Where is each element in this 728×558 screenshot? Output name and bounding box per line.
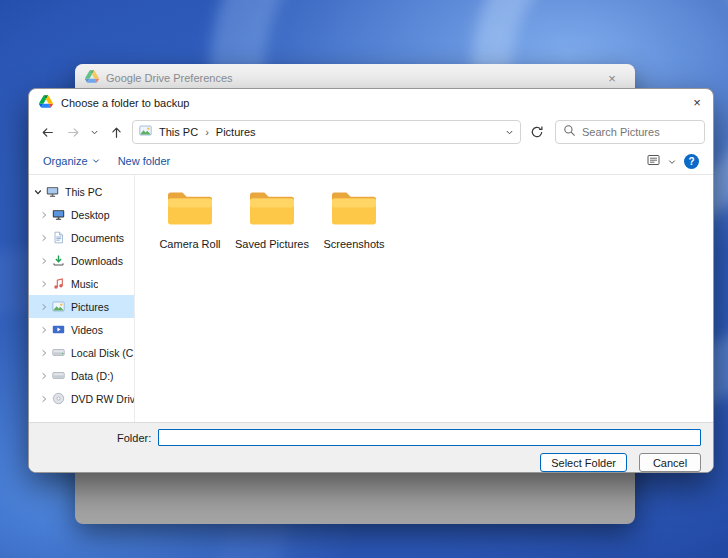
file-list: Camera Roll Saved Pictures Screenshots	[135, 175, 713, 422]
folder-icon	[248, 189, 296, 230]
folder-tile-saved-pictures[interactable]: Saved Pictures	[233, 185, 311, 250]
chevron-collapsed-icon[interactable]	[40, 257, 49, 265]
command-bar: Organize New folder ?	[29, 148, 713, 175]
search-icon	[563, 123, 576, 141]
downloads-icon	[52, 254, 66, 267]
sidebar-item-label: DVD RW Drive (	[71, 393, 134, 405]
command-bar-right: ?	[647, 152, 699, 170]
sidebar-item-music[interactable]: Music	[29, 272, 134, 295]
sidebar-item-label: Desktop	[71, 209, 110, 221]
chevron-collapsed-icon[interactable]	[40, 372, 49, 380]
navigation-toolbar: This PC › Pictures	[29, 116, 713, 148]
sidebar-item-pictures[interactable]: Pictures	[29, 295, 134, 318]
google-drive-icon	[39, 94, 53, 112]
organize-label: Organize	[43, 155, 88, 167]
sidebar-item-label: Videos	[71, 324, 103, 336]
chevron-collapsed-icon[interactable]	[40, 211, 49, 219]
google-drive-icon	[85, 69, 99, 87]
sidebar-item-documents[interactable]: Documents	[29, 226, 134, 249]
chevron-collapsed-icon[interactable]	[40, 349, 49, 357]
folder-field-label: Folder:	[117, 432, 151, 444]
sidebar-item-this-pc[interactable]: This PC	[29, 180, 134, 203]
back-button[interactable]	[35, 120, 59, 144]
recent-locations-dropdown[interactable]	[87, 120, 102, 144]
chevron-collapsed-icon[interactable]	[40, 280, 49, 288]
background-window-title: Google Drive Preferences	[106, 72, 233, 84]
navigation-pane: This PC Desktop Documents Downloads	[29, 175, 135, 422]
documents-icon	[52, 231, 66, 244]
videos-icon	[52, 323, 66, 336]
pictures-icon	[52, 300, 66, 313]
forward-button[interactable]	[61, 120, 85, 144]
breadcrumb-item-pictures[interactable]: Pictures	[214, 126, 258, 138]
sidebar-item-downloads[interactable]: Downloads	[29, 249, 134, 272]
disk-drive-icon	[52, 346, 66, 359]
dialog-body: This PC Desktop Documents Downloads	[29, 175, 713, 422]
new-folder-button[interactable]: New folder	[118, 155, 171, 167]
chevron-expanded-icon[interactable]	[34, 188, 43, 196]
help-button[interactable]: ?	[684, 154, 699, 169]
select-folder-button[interactable]: Select Folder	[540, 453, 627, 472]
chevron-down-icon	[92, 157, 100, 165]
up-button[interactable]	[104, 120, 128, 144]
address-dropdown-chevron-icon[interactable]	[505, 123, 514, 141]
dialog-title: Choose a folder to backup	[61, 97, 189, 109]
folder-name: Screenshots	[323, 238, 384, 250]
sidebar-item-dvd-drive[interactable]: DVD RW Drive (	[29, 387, 134, 410]
close-icon[interactable]: ×	[599, 71, 625, 86]
chevron-collapsed-icon[interactable]	[40, 395, 49, 403]
chevron-collapsed-icon[interactable]	[40, 234, 49, 242]
pictures-icon	[139, 123, 152, 141]
sidebar-item-label: Local Disk (C:)	[71, 347, 134, 359]
this-pc-icon	[46, 185, 60, 198]
sidebar-item-desktop[interactable]: Desktop	[29, 203, 134, 226]
folder-tile-screenshots[interactable]: Screenshots	[315, 185, 393, 250]
search-input[interactable]	[582, 126, 697, 138]
view-dropdown-chevron-icon[interactable]	[668, 152, 676, 170]
sidebar-item-label: Data (D:)	[71, 370, 114, 382]
chevron-collapsed-icon[interactable]	[40, 326, 49, 334]
breadcrumb-item-this-pc[interactable]: This PC	[157, 126, 200, 138]
address-bar[interactable]: This PC › Pictures	[132, 120, 521, 144]
folder-name-input[interactable]	[158, 429, 701, 446]
dialog-titlebar[interactable]: Choose a folder to backup ×	[29, 89, 713, 116]
dialog-footer: Folder: Select Folder Cancel	[29, 422, 713, 472]
sidebar-item-label: Pictures	[71, 301, 109, 313]
dialog-close-button[interactable]: ×	[681, 89, 713, 116]
sidebar-item-label: This PC	[65, 186, 102, 198]
dvd-drive-icon	[52, 392, 66, 405]
desktop-icon	[52, 208, 66, 221]
folder-name: Saved Pictures	[235, 238, 309, 250]
organize-button[interactable]: Organize	[43, 155, 100, 167]
sidebar-item-label: Downloads	[71, 255, 123, 267]
new-folder-label: New folder	[118, 155, 171, 167]
disk-drive-icon	[52, 369, 66, 382]
refresh-button[interactable]	[525, 120, 549, 144]
folder-tile-camera-roll[interactable]: Camera Roll	[151, 185, 229, 250]
breadcrumb-separator: ›	[205, 126, 209, 138]
search-box[interactable]	[555, 120, 705, 144]
change-view-button[interactable]	[647, 152, 660, 170]
music-icon	[52, 277, 66, 290]
chevron-collapsed-icon[interactable]	[40, 303, 49, 311]
folder-icon	[330, 189, 378, 230]
folder-icon	[166, 189, 214, 230]
choose-folder-dialog: Choose a folder to backup × This PC ›	[28, 88, 714, 473]
sidebar-item-videos[interactable]: Videos	[29, 318, 134, 341]
folder-name: Camera Roll	[159, 238, 220, 250]
sidebar-item-label: Documents	[71, 232, 124, 244]
sidebar-item-data-d[interactable]: Data (D:)	[29, 364, 134, 387]
desktop: Google Drive Preferences × Choose a fold…	[0, 0, 728, 558]
sidebar-item-local-disk-c[interactable]: Local Disk (C:)	[29, 341, 134, 364]
cancel-button[interactable]: Cancel	[639, 453, 701, 472]
sidebar-item-label: Music	[71, 278, 98, 290]
